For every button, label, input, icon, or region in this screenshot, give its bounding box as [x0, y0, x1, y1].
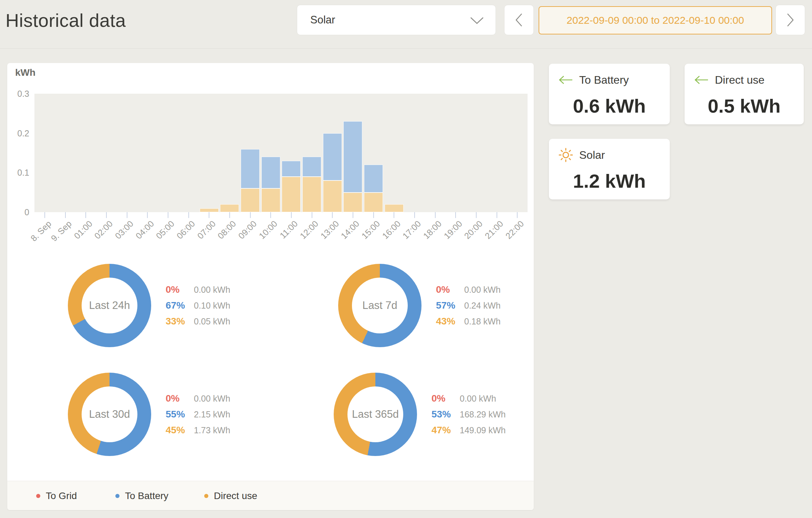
stat-percent: 67%: [166, 300, 190, 311]
x-axis-tick: [85, 212, 86, 218]
y-axis-tick-label: 0.1: [8, 167, 29, 178]
x-axis-tick: [312, 212, 312, 218]
historical-data-screen: Historical data Solar 2022-09-09 00:00 t…: [0, 0, 812, 518]
stat-kwh-value: 168.29 kWh: [460, 410, 506, 419]
bar-segment-to-battery[interactable]: [302, 157, 321, 176]
donut-stat-row: 0%0.00 kWh: [436, 282, 501, 298]
card-value: 0.5 kWh: [685, 95, 804, 117]
x-axis-tick: [435, 212, 436, 218]
arrow-left-icon: [694, 75, 710, 85]
donut-stat-row: 0%0.00 kWh: [166, 391, 230, 406]
legend-dot: [204, 494, 208, 498]
bar-segment-to-battery[interactable]: [282, 161, 301, 177]
donut-period-label: Last 365d: [352, 408, 399, 421]
bar-segment-to-battery[interactable]: [323, 133, 342, 181]
history-chart-panel: kWh 0.30.20.108. Sep9. Sep01:0002:0003:0…: [7, 63, 534, 510]
date-range-button[interactable]: 2022-09-09 00:00 to 2022-09-10 00:00: [539, 6, 772, 34]
donut-period-label: Last 24h: [89, 299, 130, 312]
page-title: Historical data: [6, 10, 126, 31]
bar-segment-direct-use[interactable]: [200, 208, 219, 212]
stat-percent: 57%: [436, 300, 461, 311]
legend-item-to-grid[interactable]: To Grid: [36, 481, 77, 510]
next-period-button[interactable]: [775, 5, 805, 35]
solar-card: Solar 1.2 kWh: [549, 139, 670, 199]
stat-kwh-value: 0.10 kWh: [194, 301, 230, 311]
x-axis-tick: [373, 212, 374, 218]
stat-kwh-value: 0.18 kWh: [464, 317, 501, 327]
stat-percent: 0%: [436, 284, 461, 295]
bar-segment-direct-use[interactable]: [220, 204, 239, 212]
bar-segment-to-battery[interactable]: [343, 121, 362, 192]
donut-stat-row: 57%0.24 kWh: [436, 298, 501, 313]
x-axis-tick: [127, 212, 127, 218]
bar-segment-direct-use[interactable]: [302, 177, 321, 212]
chart-legend: To GridTo BatteryDirect use: [7, 481, 534, 510]
donut-chart-last-30d[interactable]: Last 30d: [68, 373, 151, 456]
stat-kwh-value: 0.00 kWh: [464, 285, 501, 295]
donut-stats: 0%0.00 kWh53%168.29 kWh47%149.09 kWh: [431, 391, 506, 438]
legend-label: To Battery: [125, 490, 168, 501]
donut-stat-row: 43%0.18 kWh: [436, 313, 501, 329]
legend-label: To Grid: [46, 490, 77, 501]
stat-kwh-value: 0.00 kWh: [194, 394, 230, 404]
card-label: Direct use: [715, 74, 764, 86]
x-axis-tick: [414, 212, 415, 218]
donut-period-label: Last 30d: [89, 408, 130, 421]
previous-period-button[interactable]: [504, 5, 534, 35]
bar-segment-to-battery[interactable]: [364, 165, 383, 192]
donut-chart-last-24h[interactable]: Last 24h: [68, 264, 151, 347]
stat-percent: 47%: [431, 425, 456, 436]
to-battery-card: To Battery 0.6 kWh: [549, 64, 670, 124]
donut-stat-row: 67%0.10 kWh: [166, 298, 230, 313]
date-range-text: 2022-09-09 00:00 to 2022-09-10 00:00: [566, 14, 744, 26]
x-axis-tick: [65, 212, 66, 218]
card-label: To Battery: [579, 74, 629, 86]
stat-percent: 33%: [166, 316, 190, 327]
donut-chart-last-365d[interactable]: Last 365d: [334, 373, 417, 456]
donut-center: Last 7d: [352, 278, 408, 333]
card-value: 0.6 kWh: [549, 95, 670, 117]
legend-item-to-battery[interactable]: To Battery: [115, 481, 168, 510]
x-axis-tick: [229, 212, 230, 218]
x-axis-tick: [209, 212, 209, 218]
bar-segment-to-battery[interactable]: [241, 149, 260, 189]
meter-select[interactable]: Solar: [297, 5, 496, 35]
x-axis-tick: [168, 212, 168, 218]
donut-center: Last 30d: [82, 386, 137, 442]
donut-stat-row: 33%0.05 kWh: [166, 313, 230, 329]
stat-percent: 0%: [166, 284, 190, 295]
legend-label: Direct use: [214, 490, 257, 501]
bar-segment-direct-use[interactable]: [364, 193, 383, 212]
chevron-left-icon: [515, 13, 523, 27]
direct-use-card: Direct use 0.5 kWh: [685, 64, 804, 124]
meter-select-value: Solar: [310, 14, 335, 26]
bar-segment-to-battery[interactable]: [261, 157, 280, 188]
donut-chart-last-7d[interactable]: Last 7d: [338, 264, 421, 347]
header-divider: [0, 48, 812, 49]
x-axis-tick: [476, 212, 477, 218]
x-axis-tick: [394, 212, 394, 218]
stat-percent: 0%: [166, 393, 190, 404]
x-axis-tick: [188, 212, 189, 218]
bar-segment-direct-use[interactable]: [385, 204, 404, 212]
stat-percent: 53%: [431, 409, 456, 420]
bar-segment-direct-use[interactable]: [261, 188, 280, 212]
x-axis-tick: [270, 212, 271, 218]
bar-segment-direct-use[interactable]: [241, 188, 260, 212]
stat-kwh-value: 0.05 kWh: [194, 317, 230, 327]
x-axis-tick: [147, 212, 148, 218]
legend-item-direct-use[interactable]: Direct use: [204, 481, 257, 510]
stat-percent: 43%: [436, 316, 461, 327]
x-axis-tick: [455, 212, 456, 218]
y-axis-tick-label: 0.3: [8, 89, 29, 99]
bar-segment-direct-use[interactable]: [282, 177, 301, 212]
x-axis-tick: [332, 212, 333, 218]
stat-kwh-value: 149.09 kWh: [460, 425, 506, 435]
donut-center: Last 24h: [82, 278, 137, 333]
donut-stat-row: 45%1.73 kWh: [166, 422, 230, 438]
donut-stats: 0%0.00 kWh67%0.10 kWh33%0.05 kWh: [166, 282, 230, 329]
bar-segment-direct-use[interactable]: [323, 180, 342, 212]
arrow-left-icon: [559, 75, 574, 85]
bar-segment-direct-use[interactable]: [343, 193, 362, 212]
x-axis-tick: [517, 212, 518, 218]
